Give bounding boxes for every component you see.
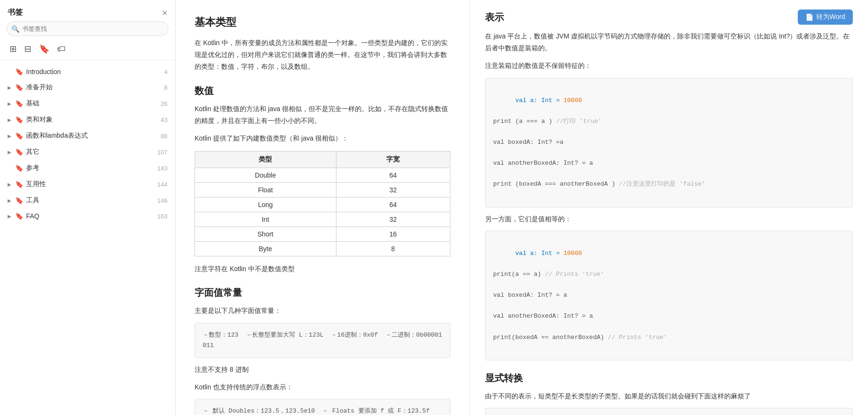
expand-arrow-7: ▶ [8, 182, 13, 187]
bookmark-icon-8: 🔖 [15, 197, 23, 204]
search-input[interactable] [7, 21, 168, 36]
convert-icon: 📄 [805, 13, 813, 21]
table-row-5: Byte8 [195, 242, 450, 256]
sidebar-item-9[interactable]: ▶ 🔖 FAQ 163 [0, 208, 175, 224]
expand-arrow-2: ▶ [8, 101, 13, 106]
sidebar-item-4[interactable]: ▶ 🔖 函数和lambda表达式 88 [0, 128, 175, 144]
main-title: 基本类型 [195, 15, 450, 29]
nav-item-label-5: 其它 [26, 148, 153, 156]
convert-to-word-button[interactable]: 📄 转为Word [798, 9, 853, 25]
bookmark-icon-1: 🔖 [15, 84, 23, 91]
sidebar-item-6[interactable]: 🔖 参考 143 [0, 160, 175, 176]
search-icon: 🔍 [11, 25, 19, 33]
right-section2-title: 显式转换 [485, 372, 853, 385]
section2-title: 字面值常量 [195, 286, 450, 299]
expand-arrow-5: ▶ [8, 150, 13, 155]
table-cell-4-1: 16 [336, 227, 450, 242]
code-block-2: － 默认 Doubles：123.5，123.5e10 － Floats 要添加… [195, 399, 450, 415]
convert-btn-label: 转为Word [816, 13, 845, 21]
sidebar-item-0[interactable]: 🔖 Introduction 4 [0, 64, 175, 79]
table-cell-4-0: Short [195, 227, 336, 242]
bookmark-icon-5: 🔖 [15, 148, 23, 156]
right-p3: 另一方面，它们是值相等的： [485, 213, 853, 225]
right-section1-title: 表示 [485, 11, 504, 24]
table-row-3: Int32 [195, 212, 450, 227]
bookmark-filled-icon[interactable]: 🔖 [37, 43, 51, 55]
expand-all-icon[interactable]: ⊞ [8, 43, 19, 55]
nav-item-label-7: 互用性 [26, 180, 153, 189]
collapse-all-icon[interactable]: ⊟ [22, 43, 33, 55]
right-code-block-2: val a: Int = 10000 print(a == a) // Prin… [485, 231, 853, 360]
nav-item-label-0: Introduction [26, 68, 153, 75]
section3-text: Kotlin 也支持传统的浮点数表示： [195, 381, 450, 393]
note-text: 注意字符在 Kotlin 中不是数值类型 [195, 263, 450, 275]
code-block-1: －数型：123 －长整型要加大写 L：123L －16进制：0x0f －二进制：… [195, 323, 450, 358]
section2-text: 主要是以下几种字面值常量： [195, 305, 450, 317]
types-table: 类型 字宽 Double64Float32Long64Int32Short16B… [195, 151, 450, 256]
content-left: 基本类型 在 Kotlin 中，所有变量的成员方法和属性都是一个对象。一些类型是… [176, 0, 470, 415]
table-cell-2-0: Long [195, 198, 336, 212]
bookmark-icon-3: 🔖 [15, 116, 23, 123]
expand-arrow-1: ▶ [8, 85, 13, 90]
table-cell-3-1: 32 [336, 212, 450, 227]
intro-text: 在 Kotlin 中，所有变量的成员方法和属性都是一个对象。一些类型是内建的，它… [195, 37, 450, 73]
sidebar-title: 书签 [8, 8, 23, 18]
sidebar-header: 书签 × [0, 0, 175, 21]
table-cell-5-1: 8 [336, 242, 450, 256]
sidebar-nav: 🔖 Introduction 4 ▶ 🔖 准备开始 8 ▶ 🔖 基础 26 ▶ … [0, 60, 175, 415]
section1-text1: Kotlin 处理数值的方法和 java 很相似，但不是完全一样的。比如，不存在… [195, 103, 450, 127]
bookmark-icon-9: 🔖 [15, 212, 23, 220]
expand-arrow-4: ▶ [8, 133, 13, 139]
sidebar-item-2[interactable]: ▶ 🔖 基础 26 [0, 95, 175, 112]
nav-item-label-4: 函数和lambda表达式 [26, 132, 153, 140]
bookmark-icon-0: 🔖 [15, 68, 23, 75]
sidebar-item-5[interactable]: ▶ 🔖 其它 107 [0, 144, 175, 160]
nav-item-number-8: 146 [153, 197, 168, 204]
bookmark-icon-2: 🔖 [15, 100, 23, 107]
nav-item-label-3: 类和对象 [26, 115, 153, 124]
expand-arrow-8: ▶ [8, 198, 13, 203]
nav-item-number-9: 163 [153, 213, 168, 220]
table-row-2: Long64 [195, 198, 450, 212]
sidebar-item-3[interactable]: ▶ 🔖 类和对象 43 [0, 112, 175, 128]
sidebar-item-8[interactable]: ▶ 🔖 工具 146 [0, 192, 175, 208]
bookmark-empty-icon[interactable]: 🏷 [55, 43, 67, 55]
sidebar-search-container: 🔍 [7, 21, 168, 36]
right-code-block-3: //这是些伪代码，不能编译的 val a: Int? =1 //一个装箱过的 I… [485, 408, 853, 415]
main-content: 基本类型 在 Kotlin 中，所有变量的成员方法和属性都是一个对象。一些类型是… [176, 0, 868, 415]
sidebar: 书签 × 🔍 ⊞ ⊟ 🔖 🏷 🔖 Introduction 4 ▶ 🔖 准备开始… [0, 0, 176, 415]
right-code-block-1: val a: Int = 10000 print (a === a ) //打印… [485, 78, 853, 208]
table-row-0: Double64 [195, 168, 450, 183]
nav-item-number-4: 88 [153, 132, 168, 140]
section1-text2: Kotlin 提供了如下内建数值类型（和 java 很相似）： [195, 132, 450, 144]
close-icon[interactable]: × [162, 8, 168, 18]
right-header: 表示 📄 转为Word [485, 9, 853, 25]
nav-item-number-6: 143 [153, 165, 168, 172]
nav-item-label-9: FAQ [26, 212, 153, 220]
table-cell-2-1: 64 [336, 198, 450, 212]
sidebar-item-7[interactable]: ▶ 🔖 互用性 144 [0, 176, 175, 192]
sidebar-toolbar: ⊞ ⊟ 🔖 🏷 [0, 41, 175, 60]
table-cell-1-1: 32 [336, 183, 450, 198]
right-p1: 在 java 平台上，数值被 JVM 虚拟机以字节码的方式物理存储的，除非我们需… [485, 30, 853, 54]
expand-arrow-9: ▶ [8, 214, 13, 219]
table-cell-1-0: Float [195, 183, 336, 198]
right-section2-p1: 由于不同的表示，短类型不是长类型的子类型。如果是的话我们就会碰到下面这样的麻烦了 [485, 390, 853, 402]
table-cell-0-0: Double [195, 168, 336, 183]
table-row-4: Short16 [195, 227, 450, 242]
sidebar-item-1[interactable]: ▶ 🔖 准备开始 8 [0, 79, 175, 95]
table-row-1: Float32 [195, 183, 450, 198]
expand-arrow-3: ▶ [8, 117, 13, 123]
section1-title: 数值 [195, 85, 450, 97]
table-cell-3-0: Int [195, 212, 336, 227]
bookmark-icon-6: 🔖 [15, 164, 23, 172]
nav-item-number-5: 107 [153, 149, 168, 156]
nav-item-label-2: 基础 [26, 99, 153, 108]
nav-item-number-0: 4 [153, 68, 168, 75]
right-p2: 注意装箱过的数值是不保留特征的： [485, 60, 853, 72]
table-header-width: 字宽 [336, 151, 450, 168]
content-right: 表示 📄 转为Word 在 java 平台上，数值被 JVM 虚拟机以字节码的方… [470, 0, 868, 415]
note2: 注意不支持 8 进制 [195, 364, 450, 376]
bookmark-icon-7: 🔖 [15, 180, 23, 188]
bookmark-icon-4: 🔖 [15, 132, 23, 140]
